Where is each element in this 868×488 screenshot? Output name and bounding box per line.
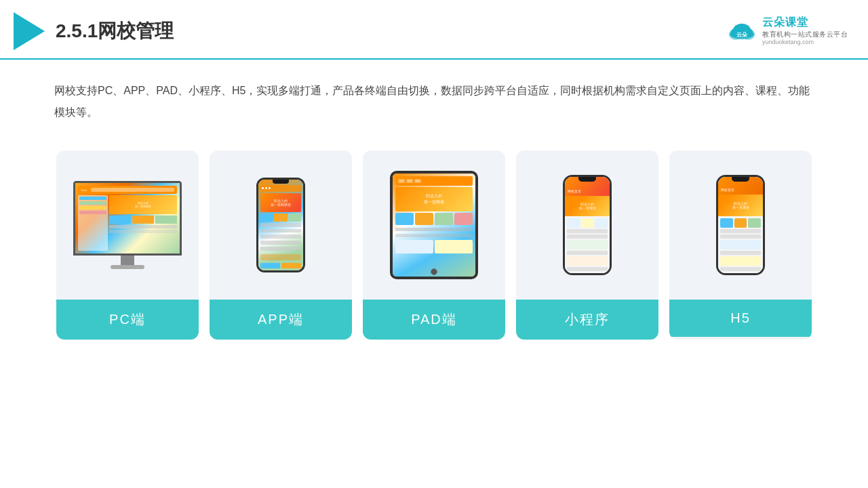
phone-banner: 职达人的第一堂网课堂 — [260, 193, 301, 212]
monitor-stand — [121, 256, 134, 265]
phone-notch — [273, 180, 289, 184]
logo-triangle-icon — [14, 12, 45, 50]
card-app-image: 职达人的第一堂网课堂 — [210, 150, 352, 300]
mini-phone-screen: 网校首页 职达人的第一堂课堂 — [565, 177, 610, 273]
card-h5: 网校首页 职达人的第一堂课堂 — [669, 150, 812, 340]
card-miniprogram: 网校首页 职达人的第一堂课堂 — [516, 150, 658, 340]
tablet-topbar: 首页 课程 我的 — [395, 176, 473, 186]
phone-header — [260, 185, 301, 192]
svg-text:云朵: 云朵 — [736, 32, 748, 38]
card-pc: Ctest 职达人的第 — [56, 150, 199, 340]
h5-phone-banner: 职达人的第一堂课堂 — [718, 195, 763, 216]
tablet-banner: 职达人的第一堂网课 — [395, 187, 473, 211]
phone-screen: 职达人的第一堂网课堂 — [258, 180, 303, 270]
h5-phone-content — [718, 216, 763, 273]
card-miniprogram-image: 网校首页 职达人的第一堂课堂 — [516, 150, 658, 300]
page-title: 2.5.1网校管理 — [56, 18, 174, 44]
brand-name: 云朵课堂 — [762, 16, 848, 30]
tablet-mockup: 首页 课程 我的 职达人的第一堂网课 — [390, 171, 478, 279]
card-h5-label: H5 — [669, 300, 812, 337]
tablet-home-button — [431, 268, 437, 275]
mini-phone-banner: 职达人的第一堂课堂 — [565, 196, 610, 216]
monitor-base — [111, 265, 144, 269]
card-pc-label: PC端 — [56, 300, 199, 340]
header-left: 2.5.1网校管理 — [14, 12, 174, 50]
monitor-screen: Ctest 职达人的第 — [73, 181, 182, 256]
card-pad: 首页 课程 我的 职达人的第一堂网课 — [363, 150, 505, 340]
brand-text: 云朵课堂 教育机构一站式服务云平台 yunduoketang.com — [762, 16, 848, 46]
card-miniprogram-label: 小程序 — [516, 300, 658, 340]
h5-phone-screen: 网校首页 职达人的第一堂课堂 — [718, 177, 763, 273]
monitor-screen-inner: Ctest 职达人的第 — [75, 183, 180, 253]
card-h5-image: 网校首页 职达人的第一堂课堂 — [669, 150, 812, 300]
h5-phone-notch — [732, 177, 749, 182]
mini-phone-content — [565, 216, 610, 273]
card-pc-image: Ctest 职达人的第 — [56, 150, 199, 300]
header-right: 云朵 云朵课堂 教育机构一站式服务云平台 yunduoketang.com — [726, 16, 848, 46]
brand-tagline: 教育机构一站式服务云平台 — [762, 30, 848, 39]
phone-grid — [260, 214, 301, 222]
card-app: 职达人的第一堂网课堂 — [210, 150, 352, 340]
h5-phone-mockup: 网校首页 职达人的第一堂课堂 — [716, 175, 765, 275]
cards-container: Ctest 职达人的第 — [0, 137, 868, 360]
mini-phone-notch — [578, 177, 596, 182]
card-pad-image: 首页 课程 我的 职达人的第一堂网课 — [363, 150, 505, 300]
tablet-screen: 首页 课程 我的 职达人的第一堂网课 — [393, 174, 475, 277]
brand-logo: 云朵 云朵课堂 教育机构一站式服务云平台 yunduoketang.com — [726, 16, 848, 46]
cloud-icon: 云朵 — [726, 19, 758, 43]
header: 2.5.1网校管理 云朵 云朵课堂 教育机构一站式服务云平台 yunduoket… — [0, 0, 868, 60]
mini-phone-mockup: 网校首页 职达人的第一堂课堂 — [563, 175, 612, 275]
brand-url: yunduoketang.com — [762, 39, 848, 47]
phone-mockup-app: 职达人的第一堂网课堂 — [256, 178, 305, 272]
card-app-label: APP端 — [210, 300, 352, 340]
monitor-mockup: Ctest 职达人的第 — [73, 181, 182, 269]
card-pad-label: PAD端 — [363, 300, 505, 340]
tablet-cards — [395, 213, 473, 225]
description-text: 网校支持PC、APP、PAD、小程序、H5，实现多端打通，产品各终端自由切换，数… — [0, 60, 868, 137]
